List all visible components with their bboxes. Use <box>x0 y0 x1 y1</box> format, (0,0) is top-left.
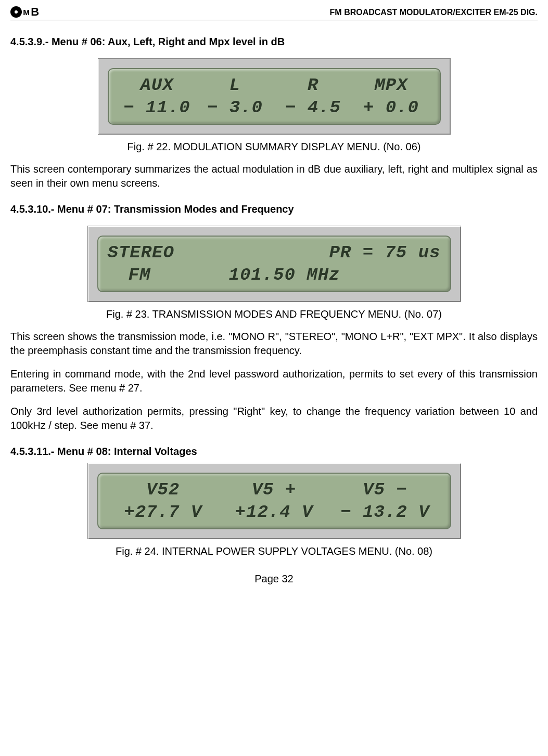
lcd-preemphasis: PR = 75 us <box>274 242 441 264</box>
lcd-label-l: L <box>196 74 274 97</box>
lcd-value-v52: +27.7 V <box>108 501 219 524</box>
lcd-value-mpx: + 0.0 <box>352 97 430 119</box>
section1-paragraph: This screen contemporary summarizes the … <box>10 162 538 190</box>
lcd-mode-label: STEREO <box>108 242 274 264</box>
lcd-row-labels: V52 V5 + V5 − <box>108 479 441 501</box>
lcd-row-2: FM 101.50 MHz <box>108 264 441 286</box>
figure-22-caption: Fig. # 22. MODULATION SUMMARY DISPLAY ME… <box>10 141 538 153</box>
lcd-fm-label: FM <box>108 264 229 286</box>
lcd-label-mpx: MPX <box>352 74 430 97</box>
section-heading-menu07: 4.5.3.10.- Menu # 07: Transmission Modes… <box>10 203 538 215</box>
lcd-label-aux: AUX <box>118 74 196 97</box>
lcd-label-v52: V52 <box>108 479 219 501</box>
logo-circle-icon <box>10 6 22 18</box>
page-number: Page 32 <box>10 573 538 585</box>
lcd-inner: AUX L R MPX − 11.0 − 3.0 − 4.5 + 0.0 <box>108 68 441 125</box>
lcd-value-l: − 3.0 <box>196 97 274 119</box>
lcd-label-v5minus: V5 − <box>329 479 440 501</box>
logo-letter-b: B <box>31 5 39 19</box>
lcd-figure-23: STEREO PR = 75 us FM 101.50 MHz <box>87 226 461 302</box>
section2-paragraph-2: Entering in command mode, with the 2nd l… <box>10 367 538 395</box>
lcd-row-values: +27.7 V +12.4 V − 13.2 V <box>108 501 441 524</box>
figure-24-caption: Fig. # 24. INTERNAL POWER SUPPLY VOLTAGE… <box>10 545 538 557</box>
section2-paragraph-1: This screen shows the transmission mode,… <box>10 330 538 358</box>
lcd-figure-24: V52 V5 + V5 − +27.7 V +12.4 V − 13.2 V <box>87 463 461 539</box>
lcd-value-v5minus: − 13.2 V <box>329 501 440 524</box>
lcd-row-1: STEREO PR = 75 us <box>108 242 441 264</box>
lcd-figure-22: AUX L R MPX − 11.0 − 3.0 − 4.5 + 0.0 <box>98 58 451 135</box>
document-title: FM BROADCAST MODULATOR/EXCITER EM-25 DIG… <box>330 8 538 17</box>
brand-logo: м B <box>10 5 39 20</box>
lcd-frequency: 101.50 MHz <box>228 264 340 286</box>
page-content: м B FM BROADCAST MODULATOR/EXCITER EM-25… <box>0 0 548 601</box>
page-header: м B FM BROADCAST MODULATOR/EXCITER EM-25… <box>10 5 538 20</box>
lcd-row-labels: AUX L R MPX <box>118 74 430 97</box>
lcd-label-v5plus: V5 + <box>219 479 329 501</box>
lcd-value-v5plus: +12.4 V <box>219 501 329 524</box>
section-heading-menu06: 4.5.3.9.- Menu # 06: Aux, Left, Right an… <box>10 36 538 48</box>
section-heading-menu08: 4.5.3.11.- Menu # 08: Internal Voltages <box>10 446 538 458</box>
lcd-row-values: − 11.0 − 3.0 − 4.5 + 0.0 <box>118 97 430 119</box>
section2-paragraph-3: Only 3rd level authorization permits, pr… <box>10 405 538 433</box>
lcd-value-r: − 4.5 <box>274 97 352 119</box>
lcd-inner: V52 V5 + V5 − +27.7 V +12.4 V − 13.2 V <box>97 473 451 529</box>
figure-23-caption: Fig. # 23. TRANSMISSION MODES AND FREQUE… <box>10 308 538 320</box>
lcd-inner: STEREO PR = 75 us FM 101.50 MHz <box>97 236 451 292</box>
lcd-label-r: R <box>274 74 352 97</box>
lcd-value-aux: − 11.0 <box>118 97 196 119</box>
logo-letter-m: м <box>23 7 30 18</box>
